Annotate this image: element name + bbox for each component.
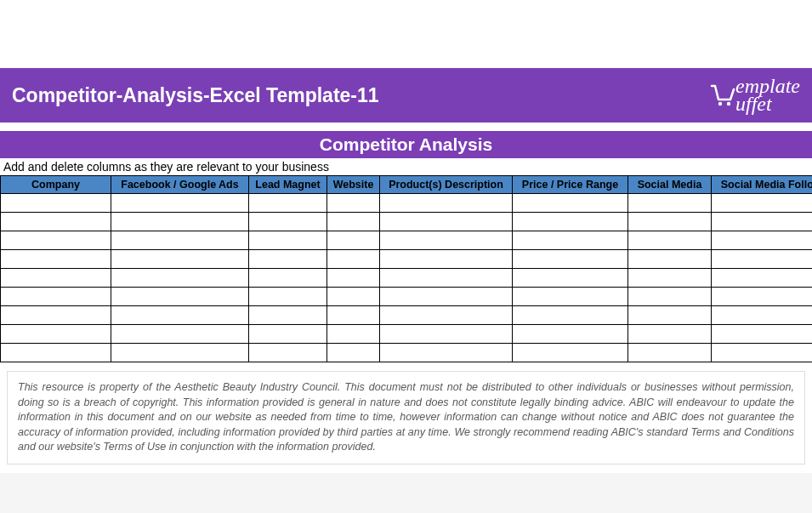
table-cell[interactable] [111,344,249,362]
table-cell[interactable] [1,269,111,288]
table-cell[interactable] [380,288,513,306]
table-cell[interactable] [327,250,380,269]
table-cell[interactable] [513,250,628,269]
table-cell[interactable] [249,194,327,213]
disclaimer-text: This resource is property of the Aesthet… [7,371,805,465]
table-cell[interactable] [327,344,380,362]
table-cell[interactable] [628,325,712,344]
gap [0,123,812,131]
table-cell[interactable] [327,194,380,213]
table-cell[interactable] [327,269,380,288]
table-cell[interactable] [712,288,813,306]
col-header-company: Company [1,176,111,194]
table-cell[interactable] [380,250,513,269]
table-row[interactable] [1,213,813,231]
table-cell[interactable] [249,325,327,344]
table-cell[interactable] [628,250,712,269]
table-cell[interactable] [628,269,712,288]
table-cell[interactable] [513,344,628,362]
table-cell[interactable] [712,344,813,362]
table-cell[interactable] [249,344,327,362]
table-cell[interactable] [249,288,327,306]
table-cell[interactable] [1,306,111,325]
table-row[interactable] [1,325,813,344]
table-cell[interactable] [380,213,513,231]
table-cell[interactable] [513,306,628,325]
table-cell[interactable] [380,306,513,325]
table-cell[interactable] [111,288,249,306]
title-bar: Competitor-Analysis-Excel Template-11 em… [0,68,812,123]
instructions: Add and delete columns as they are relev… [0,158,812,175]
svg-point-0 [718,102,722,105]
table-cell[interactable] [628,213,712,231]
table-cell[interactable] [249,306,327,325]
table-cell[interactable] [111,213,249,231]
table-row[interactable] [1,231,813,250]
table-cell[interactable] [380,194,513,213]
table-cell[interactable] [327,288,380,306]
table-cell[interactable] [712,194,813,213]
table-cell[interactable] [111,269,249,288]
table-cell[interactable] [327,306,380,325]
col-header-following: Social Media Following [712,176,813,194]
table-row[interactable] [1,306,813,325]
table-cell[interactable] [249,269,327,288]
cart-icon [708,81,737,110]
table-cell[interactable] [628,194,712,213]
table-cell[interactable] [513,231,628,250]
table-cell[interactable] [1,213,111,231]
table-cell[interactable] [712,231,813,250]
table-cell[interactable] [327,213,380,231]
table-cell[interactable] [249,213,327,231]
table-cell[interactable] [712,325,813,344]
table-cell[interactable] [1,194,111,213]
col-header-product: Product(s) Description [380,176,513,194]
table-cell[interactable] [628,231,712,250]
table-cell[interactable] [111,306,249,325]
table-cell[interactable] [249,250,327,269]
table-cell[interactable] [111,250,249,269]
table-cell[interactable] [380,231,513,250]
top-spacer [0,0,812,68]
table-cell[interactable] [111,231,249,250]
table-cell[interactable] [1,231,111,250]
table-cell[interactable] [628,288,712,306]
table-row[interactable] [1,250,813,269]
table-cell[interactable] [1,288,111,306]
col-header-lead: Lead Magnet [249,176,327,194]
table-cell[interactable] [380,325,513,344]
table-cell[interactable] [327,325,380,344]
table-cell[interactable] [327,231,380,250]
table-cell[interactable] [380,344,513,362]
table-cell[interactable] [513,288,628,306]
table-cell[interactable] [513,325,628,344]
table-cell[interactable] [1,250,111,269]
col-header-social: Social Media [628,176,712,194]
page-title: Competitor-Analysis-Excel Template-11 [12,84,379,107]
col-header-ads: Facebook / Google Ads [111,176,249,194]
table-cell[interactable] [628,344,712,362]
table-cell[interactable] [513,213,628,231]
table-cell[interactable] [628,306,712,325]
disclaimer-container: This resource is property of the Aesthet… [0,362,812,473]
col-header-price: Price / Price Range [513,176,628,194]
table-cell[interactable] [712,306,813,325]
table-row[interactable] [1,344,813,362]
table-cell[interactable] [513,194,628,213]
table-cell[interactable] [1,344,111,362]
table-cell[interactable] [1,325,111,344]
table-cell[interactable] [513,269,628,288]
table-cell[interactable] [111,325,249,344]
table-row[interactable] [1,269,813,288]
table-cell[interactable] [249,231,327,250]
table-row[interactable] [1,194,813,213]
table-header-row: Company Facebook / Google Ads Lead Magne… [1,176,813,194]
table-cell[interactable] [111,194,249,213]
table-cell[interactable] [712,250,813,269]
table-cell[interactable] [380,269,513,288]
table-cell[interactable] [712,213,813,231]
table-cell[interactable] [712,269,813,288]
table-row[interactable] [1,288,813,306]
section-title: Competitor Analysis [0,131,812,158]
col-header-website: Website [327,176,380,194]
